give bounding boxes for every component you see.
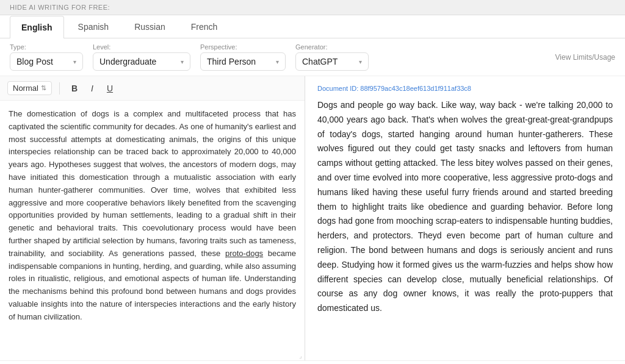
level-control: Level: Undergraduate ▾	[93, 43, 190, 71]
toolbar-divider	[59, 82, 60, 95]
doc-id-value: 88f9579ac43c18eef613d1f911af33c8	[360, 85, 471, 92]
style-select[interactable]: Normal ⇅	[7, 81, 52, 95]
view-limits-link[interactable]: View Limits/Usage	[555, 53, 615, 62]
level-label: Level:	[93, 43, 190, 51]
type-label: Type:	[10, 43, 83, 51]
doc-id-label: Document ID:	[317, 85, 358, 92]
level-select[interactable]: Undergraduate ▾	[93, 52, 190, 71]
perspective-label: Perspective:	[200, 43, 286, 51]
perspective-value: Third Person	[207, 57, 256, 66]
bottom-bar: ☁ Upload Doc ⌘ + enter Hide My AI WC: 17…	[0, 360, 625, 364]
controls-row: Type: Blog Post ▾ Level: Undergraduate ▾…	[0, 38, 625, 76]
level-chevron-icon: ▾	[181, 59, 184, 65]
bold-button[interactable]: B	[67, 82, 82, 95]
type-chevron-icon: ▾	[73, 59, 76, 65]
left-panel: Normal ⇅ B I U The domestication of dogs…	[0, 76, 305, 360]
editor-toolbar: Normal ⇅ B I U	[0, 76, 305, 101]
proto-dogs-underline: proto-dogs	[225, 249, 263, 258]
type-control: Type: Blog Post ▾	[10, 43, 83, 71]
main-content: Normal ⇅ B I U The domestication of dogs…	[0, 76, 625, 360]
perspective-select[interactable]: Third Person ▾	[200, 52, 286, 71]
perspective-chevron-icon: ▾	[276, 59, 279, 65]
perspective-control: Perspective: Third Person ▾	[200, 43, 286, 71]
right-panel: Document ID: 88f9579ac43c18eef613d1f911a…	[305, 76, 625, 360]
style-arrows-icon: ⇅	[41, 84, 46, 92]
top-bar-label: HIDE AI WRITING FOR FREE:	[10, 4, 110, 11]
editor-area[interactable]: The domestication of dogs is a complex a…	[0, 101, 305, 351]
italic-button[interactable]: I	[87, 82, 98, 95]
type-select[interactable]: Blog Post ▾	[10, 52, 83, 71]
generator-control: Generator: ChatGPT ▾	[295, 43, 369, 71]
underline-button[interactable]: U	[103, 82, 117, 95]
right-panel-content: Dogs and people go way back. Like way, w…	[317, 98, 613, 316]
doc-id: Document ID: 88f9579ac43c18eef613d1f911a…	[317, 85, 613, 92]
tab-spanish[interactable]: Spanish	[67, 15, 121, 38]
editor-content: The domestication of dogs is a complex a…	[9, 108, 296, 324]
type-value: Blog Post	[16, 57, 53, 66]
generator-value: ChatGPT	[302, 57, 338, 66]
style-value: Normal	[13, 84, 38, 93]
tabs-row: English Spanish Russian French	[0, 15, 625, 38]
tab-russian[interactable]: Russian	[123, 15, 177, 38]
top-bar: HIDE AI WRITING FOR FREE:	[0, 0, 625, 15]
generator-label: Generator:	[295, 43, 369, 51]
level-value: Undergraduate	[99, 57, 156, 66]
generator-chevron-icon: ▾	[359, 59, 362, 65]
generator-select[interactable]: ChatGPT ▾	[295, 52, 369, 71]
resize-handle[interactable]: ⌟	[0, 351, 305, 360]
tab-english[interactable]: English	[10, 16, 64, 38]
tab-french[interactable]: French	[179, 15, 229, 38]
